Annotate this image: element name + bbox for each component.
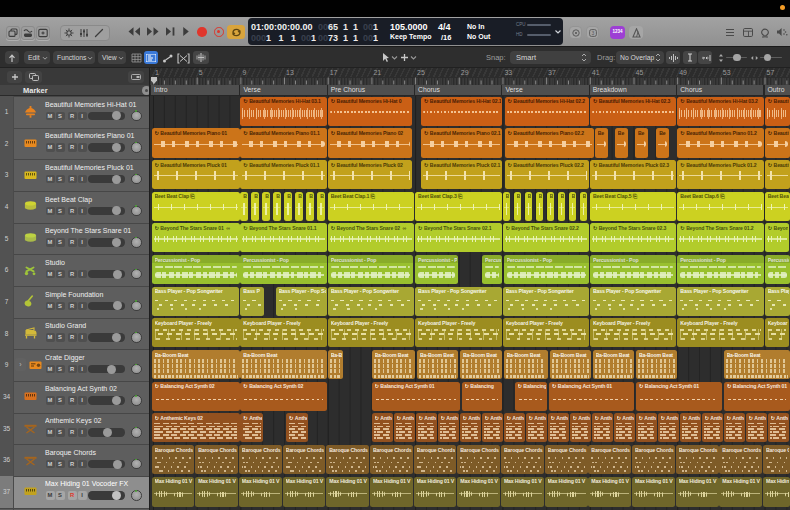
svg-text:3: 3 [591, 30, 594, 36]
